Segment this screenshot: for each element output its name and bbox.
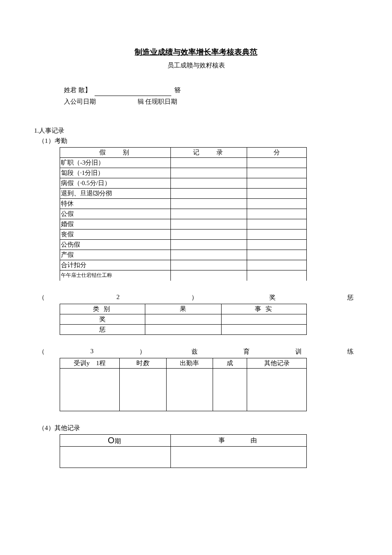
cell-award: 奖 bbox=[60, 314, 145, 324]
score-cell bbox=[247, 189, 307, 199]
subsection-1-1: （1）考勤 bbox=[38, 137, 366, 145]
score-cell bbox=[247, 230, 307, 240]
cell bbox=[170, 446, 306, 468]
col-hours: 时数 bbox=[119, 358, 166, 368]
cell bbox=[119, 368, 166, 411]
cell bbox=[222, 314, 307, 324]
col-course: 受训y 1程 bbox=[60, 358, 120, 368]
num-2: 2 bbox=[116, 293, 120, 302]
cell bbox=[247, 368, 307, 411]
score-cell bbox=[247, 168, 307, 178]
training-table: 受训y 1程 时数 出勤率 成 其他记录 bbox=[60, 358, 307, 411]
col-fact: 事实 bbox=[222, 304, 307, 314]
col-attendance: 出勤率 bbox=[166, 358, 213, 368]
info-row-date: 入公司日期 辑 任现职日期 bbox=[64, 96, 366, 108]
cell bbox=[60, 446, 171, 468]
table-row: 匐段（·1分旧） bbox=[60, 168, 307, 178]
document-title: 制造业成绩与效率增长率考核表典范 bbox=[26, 47, 366, 57]
record-cell bbox=[170, 189, 247, 199]
attendance-table: 假别 记录 分 旷职（-3分旧） 匐段（·1分旧） 病假（·0.5分/日） 退到… bbox=[60, 147, 307, 281]
leave-cell: 午午庙士仕宕牯仕工称 bbox=[60, 270, 171, 281]
score-cell bbox=[247, 209, 307, 219]
paren-close: ） bbox=[191, 293, 198, 302]
table-row: 产假 bbox=[60, 250, 307, 260]
col-result: 果 bbox=[145, 304, 222, 314]
record-cell bbox=[170, 230, 247, 240]
col-category: 类别 bbox=[60, 304, 145, 314]
leave-cell: 公假 bbox=[60, 209, 171, 219]
cell bbox=[166, 368, 213, 411]
cell bbox=[145, 314, 222, 324]
record-cell bbox=[170, 209, 247, 219]
char-2: 育 bbox=[243, 348, 250, 356]
num-3: 3 bbox=[90, 348, 94, 356]
cell bbox=[222, 324, 307, 334]
table-row: 公假 bbox=[60, 209, 307, 219]
char-4: 练 bbox=[347, 348, 354, 356]
record-cell bbox=[170, 240, 247, 250]
table-row: 病假（·0.5分/日） bbox=[60, 178, 307, 189]
col-date: O期 bbox=[60, 434, 171, 446]
table-row: 惩 bbox=[60, 324, 307, 334]
col-leave-type: 假别 bbox=[60, 148, 171, 158]
join-mid: 辑 任现职日期 bbox=[138, 96, 178, 108]
cell bbox=[145, 324, 222, 334]
info-block: 姓君 散】 簪 入公司日期 辑 任现职日期 bbox=[64, 84, 366, 108]
table-header-row: 受训y 1程 时数 出勤率 成 其他记录 bbox=[60, 358, 307, 368]
record-cell bbox=[170, 168, 247, 178]
leave-cell: 公伤假 bbox=[60, 240, 171, 250]
leave-cell: 病假（·0.5分/日） bbox=[60, 178, 171, 189]
col-other: 其他记录 bbox=[247, 358, 307, 368]
subsection-1-3: （ 3 ） 兹 育 训 练 bbox=[38, 348, 354, 356]
score-cell bbox=[247, 199, 307, 209]
score-cell bbox=[247, 260, 307, 270]
name-suffix: 簪 bbox=[174, 84, 181, 96]
leave-cell: 丧假 bbox=[60, 230, 171, 240]
cell bbox=[60, 368, 120, 411]
paren-close: ） bbox=[139, 348, 146, 356]
score-cell bbox=[247, 158, 307, 168]
score-cell bbox=[247, 250, 307, 260]
reward-table: 类别 果 事实 奖 惩 bbox=[60, 304, 307, 335]
record-cell bbox=[170, 260, 247, 270]
table-row: 旷职（-3分旧） bbox=[60, 158, 307, 168]
cell-punish: 惩 bbox=[60, 324, 145, 334]
table-header-row: 类别 果 事实 bbox=[60, 304, 307, 314]
leave-cell: 产假 bbox=[60, 250, 171, 260]
char-award: 奖 bbox=[269, 293, 276, 302]
char-3: 训 bbox=[295, 348, 302, 356]
col-reason: 事由 bbox=[170, 434, 306, 446]
char-punish: 惩 bbox=[347, 293, 354, 302]
table-row: 特休 bbox=[60, 199, 307, 209]
col-record: 记录 bbox=[170, 148, 247, 158]
table-header-row: O期 事由 bbox=[60, 434, 307, 446]
table-row: 奖 bbox=[60, 314, 307, 324]
record-cell bbox=[170, 178, 247, 189]
score-cell bbox=[247, 270, 307, 281]
col-score: 分 bbox=[247, 148, 307, 158]
leave-cell: 退到、旦退⑶分彻 bbox=[60, 189, 171, 199]
record-cell bbox=[170, 199, 247, 209]
leave-cell: 旷职（-3分旧） bbox=[60, 158, 171, 168]
table-row: 婚假 bbox=[60, 219, 307, 230]
join-label: 入公司日期 bbox=[64, 96, 96, 108]
subsection-1-4: （4）其他记录 bbox=[38, 424, 366, 432]
record-cell bbox=[170, 219, 247, 230]
table-header-row: 假别 记录 分 bbox=[60, 148, 307, 158]
table-row bbox=[60, 446, 307, 468]
score-cell bbox=[247, 219, 307, 230]
table-row: 丧假 bbox=[60, 230, 307, 240]
document-subtitle: 员工成赣与效籽核表 bbox=[26, 61, 366, 70]
col-result: 成 bbox=[213, 358, 247, 368]
table-row: 公伤假 bbox=[60, 240, 307, 250]
section-1-heading: 1.人事记录 bbox=[34, 127, 366, 135]
table-row: 退到、旦退⑶分彻 bbox=[60, 189, 307, 199]
table-row: 合计扣分 bbox=[60, 260, 307, 270]
other-record-table: O期 事由 bbox=[60, 434, 307, 468]
table-row-cut: 午午庙士仕宕牯仕工称 bbox=[60, 270, 307, 281]
record-cell bbox=[170, 158, 247, 168]
cell bbox=[213, 368, 247, 411]
table-row bbox=[60, 368, 307, 411]
paren-open: （ bbox=[38, 348, 45, 356]
leave-cell: 特休 bbox=[60, 199, 171, 209]
